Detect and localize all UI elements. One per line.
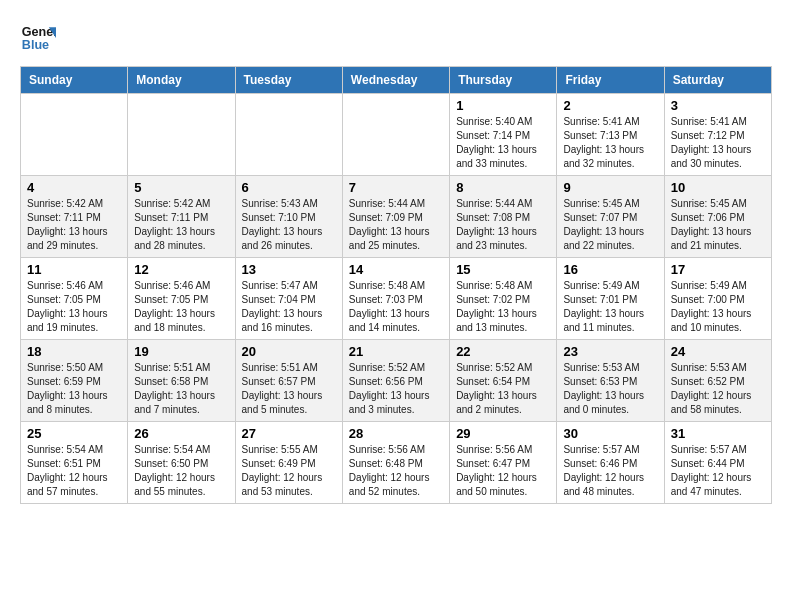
day-cell: 20Sunrise: 5:51 AM Sunset: 6:57 PM Dayli… bbox=[235, 340, 342, 422]
day-number: 31 bbox=[671, 426, 765, 441]
weekday-header-friday: Friday bbox=[557, 67, 664, 94]
day-cell: 8Sunrise: 5:44 AM Sunset: 7:08 PM Daylig… bbox=[450, 176, 557, 258]
day-cell: 17Sunrise: 5:49 AM Sunset: 7:00 PM Dayli… bbox=[664, 258, 771, 340]
day-cell: 2Sunrise: 5:41 AM Sunset: 7:13 PM Daylig… bbox=[557, 94, 664, 176]
day-info: Sunrise: 5:44 AM Sunset: 7:08 PM Dayligh… bbox=[456, 197, 550, 253]
day-cell: 18Sunrise: 5:50 AM Sunset: 6:59 PM Dayli… bbox=[21, 340, 128, 422]
day-info: Sunrise: 5:54 AM Sunset: 6:51 PM Dayligh… bbox=[27, 443, 121, 499]
day-cell: 19Sunrise: 5:51 AM Sunset: 6:58 PM Dayli… bbox=[128, 340, 235, 422]
day-number: 21 bbox=[349, 344, 443, 359]
weekday-header-wednesday: Wednesday bbox=[342, 67, 449, 94]
weekday-header-thursday: Thursday bbox=[450, 67, 557, 94]
day-number: 14 bbox=[349, 262, 443, 277]
day-info: Sunrise: 5:40 AM Sunset: 7:14 PM Dayligh… bbox=[456, 115, 550, 171]
day-cell: 15Sunrise: 5:48 AM Sunset: 7:02 PM Dayli… bbox=[450, 258, 557, 340]
calendar-table: SundayMondayTuesdayWednesdayThursdayFrid… bbox=[20, 66, 772, 504]
day-info: Sunrise: 5:44 AM Sunset: 7:09 PM Dayligh… bbox=[349, 197, 443, 253]
day-info: Sunrise: 5:48 AM Sunset: 7:03 PM Dayligh… bbox=[349, 279, 443, 335]
day-cell: 5Sunrise: 5:42 AM Sunset: 7:11 PM Daylig… bbox=[128, 176, 235, 258]
day-info: Sunrise: 5:50 AM Sunset: 6:59 PM Dayligh… bbox=[27, 361, 121, 417]
day-info: Sunrise: 5:49 AM Sunset: 7:01 PM Dayligh… bbox=[563, 279, 657, 335]
day-info: Sunrise: 5:57 AM Sunset: 6:46 PM Dayligh… bbox=[563, 443, 657, 499]
day-number: 4 bbox=[27, 180, 121, 195]
day-info: Sunrise: 5:46 AM Sunset: 7:05 PM Dayligh… bbox=[134, 279, 228, 335]
day-number: 28 bbox=[349, 426, 443, 441]
week-row-1: 1Sunrise: 5:40 AM Sunset: 7:14 PM Daylig… bbox=[21, 94, 772, 176]
day-number: 30 bbox=[563, 426, 657, 441]
day-cell: 26Sunrise: 5:54 AM Sunset: 6:50 PM Dayli… bbox=[128, 422, 235, 504]
day-number: 16 bbox=[563, 262, 657, 277]
day-cell: 7Sunrise: 5:44 AM Sunset: 7:09 PM Daylig… bbox=[342, 176, 449, 258]
day-number: 29 bbox=[456, 426, 550, 441]
day-info: Sunrise: 5:52 AM Sunset: 6:56 PM Dayligh… bbox=[349, 361, 443, 417]
day-cell: 29Sunrise: 5:56 AM Sunset: 6:47 PM Dayli… bbox=[450, 422, 557, 504]
day-number: 22 bbox=[456, 344, 550, 359]
day-info: Sunrise: 5:53 AM Sunset: 6:53 PM Dayligh… bbox=[563, 361, 657, 417]
logo-icon: General Blue bbox=[20, 20, 56, 56]
day-info: Sunrise: 5:51 AM Sunset: 6:58 PM Dayligh… bbox=[134, 361, 228, 417]
day-info: Sunrise: 5:47 AM Sunset: 7:04 PM Dayligh… bbox=[242, 279, 336, 335]
day-info: Sunrise: 5:57 AM Sunset: 6:44 PM Dayligh… bbox=[671, 443, 765, 499]
day-number: 11 bbox=[27, 262, 121, 277]
day-cell: 23Sunrise: 5:53 AM Sunset: 6:53 PM Dayli… bbox=[557, 340, 664, 422]
day-cell: 10Sunrise: 5:45 AM Sunset: 7:06 PM Dayli… bbox=[664, 176, 771, 258]
day-cell: 25Sunrise: 5:54 AM Sunset: 6:51 PM Dayli… bbox=[21, 422, 128, 504]
day-info: Sunrise: 5:46 AM Sunset: 7:05 PM Dayligh… bbox=[27, 279, 121, 335]
day-cell: 27Sunrise: 5:55 AM Sunset: 6:49 PM Dayli… bbox=[235, 422, 342, 504]
day-info: Sunrise: 5:45 AM Sunset: 7:07 PM Dayligh… bbox=[563, 197, 657, 253]
day-info: Sunrise: 5:56 AM Sunset: 6:48 PM Dayligh… bbox=[349, 443, 443, 499]
day-number: 9 bbox=[563, 180, 657, 195]
day-info: Sunrise: 5:49 AM Sunset: 7:00 PM Dayligh… bbox=[671, 279, 765, 335]
day-number: 8 bbox=[456, 180, 550, 195]
day-cell: 22Sunrise: 5:52 AM Sunset: 6:54 PM Dayli… bbox=[450, 340, 557, 422]
day-cell: 9Sunrise: 5:45 AM Sunset: 7:07 PM Daylig… bbox=[557, 176, 664, 258]
day-cell: 14Sunrise: 5:48 AM Sunset: 7:03 PM Dayli… bbox=[342, 258, 449, 340]
day-cell: 12Sunrise: 5:46 AM Sunset: 7:05 PM Dayli… bbox=[128, 258, 235, 340]
day-number: 15 bbox=[456, 262, 550, 277]
day-number: 20 bbox=[242, 344, 336, 359]
day-info: Sunrise: 5:52 AM Sunset: 6:54 PM Dayligh… bbox=[456, 361, 550, 417]
day-cell: 16Sunrise: 5:49 AM Sunset: 7:01 PM Dayli… bbox=[557, 258, 664, 340]
day-number: 25 bbox=[27, 426, 121, 441]
weekday-header-saturday: Saturday bbox=[664, 67, 771, 94]
day-number: 7 bbox=[349, 180, 443, 195]
day-number: 5 bbox=[134, 180, 228, 195]
day-info: Sunrise: 5:42 AM Sunset: 7:11 PM Dayligh… bbox=[134, 197, 228, 253]
day-cell: 21Sunrise: 5:52 AM Sunset: 6:56 PM Dayli… bbox=[342, 340, 449, 422]
day-number: 27 bbox=[242, 426, 336, 441]
day-number: 24 bbox=[671, 344, 765, 359]
week-row-2: 4Sunrise: 5:42 AM Sunset: 7:11 PM Daylig… bbox=[21, 176, 772, 258]
day-info: Sunrise: 5:41 AM Sunset: 7:12 PM Dayligh… bbox=[671, 115, 765, 171]
day-number: 2 bbox=[563, 98, 657, 113]
weekday-header-tuesday: Tuesday bbox=[235, 67, 342, 94]
day-cell bbox=[342, 94, 449, 176]
day-info: Sunrise: 5:45 AM Sunset: 7:06 PM Dayligh… bbox=[671, 197, 765, 253]
day-number: 13 bbox=[242, 262, 336, 277]
day-cell: 6Sunrise: 5:43 AM Sunset: 7:10 PM Daylig… bbox=[235, 176, 342, 258]
week-row-4: 18Sunrise: 5:50 AM Sunset: 6:59 PM Dayli… bbox=[21, 340, 772, 422]
day-cell: 30Sunrise: 5:57 AM Sunset: 6:46 PM Dayli… bbox=[557, 422, 664, 504]
day-info: Sunrise: 5:56 AM Sunset: 6:47 PM Dayligh… bbox=[456, 443, 550, 499]
day-number: 26 bbox=[134, 426, 228, 441]
day-cell: 31Sunrise: 5:57 AM Sunset: 6:44 PM Dayli… bbox=[664, 422, 771, 504]
day-cell: 13Sunrise: 5:47 AM Sunset: 7:04 PM Dayli… bbox=[235, 258, 342, 340]
weekday-header-monday: Monday bbox=[128, 67, 235, 94]
day-number: 17 bbox=[671, 262, 765, 277]
day-number: 18 bbox=[27, 344, 121, 359]
day-cell: 28Sunrise: 5:56 AM Sunset: 6:48 PM Dayli… bbox=[342, 422, 449, 504]
day-info: Sunrise: 5:48 AM Sunset: 7:02 PM Dayligh… bbox=[456, 279, 550, 335]
weekday-header-sunday: Sunday bbox=[21, 67, 128, 94]
day-cell bbox=[128, 94, 235, 176]
day-info: Sunrise: 5:51 AM Sunset: 6:57 PM Dayligh… bbox=[242, 361, 336, 417]
day-number: 1 bbox=[456, 98, 550, 113]
day-info: Sunrise: 5:42 AM Sunset: 7:11 PM Dayligh… bbox=[27, 197, 121, 253]
day-info: Sunrise: 5:53 AM Sunset: 6:52 PM Dayligh… bbox=[671, 361, 765, 417]
svg-text:Blue: Blue bbox=[22, 38, 49, 52]
day-cell: 4Sunrise: 5:42 AM Sunset: 7:11 PM Daylig… bbox=[21, 176, 128, 258]
day-number: 12 bbox=[134, 262, 228, 277]
day-info: Sunrise: 5:41 AM Sunset: 7:13 PM Dayligh… bbox=[563, 115, 657, 171]
page-header: General Blue bbox=[20, 20, 772, 56]
week-row-5: 25Sunrise: 5:54 AM Sunset: 6:51 PM Dayli… bbox=[21, 422, 772, 504]
day-number: 10 bbox=[671, 180, 765, 195]
day-info: Sunrise: 5:54 AM Sunset: 6:50 PM Dayligh… bbox=[134, 443, 228, 499]
